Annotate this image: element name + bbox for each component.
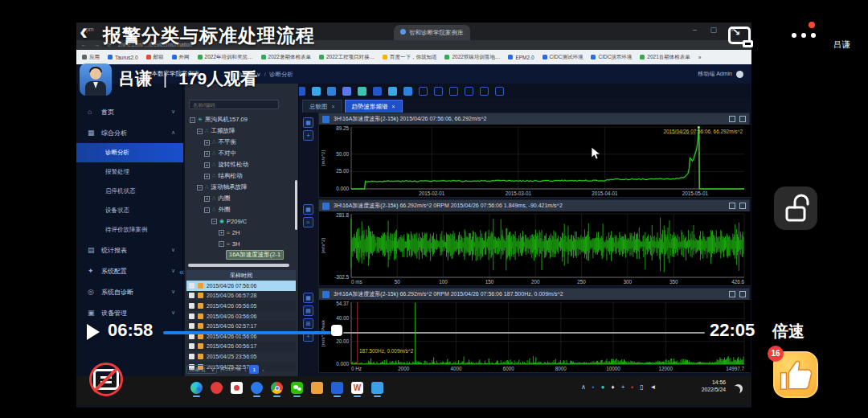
row-checkbox[interactable] bbox=[189, 334, 194, 339]
tree-node[interactable]: 16A加速度波形(2-1 bbox=[185, 249, 296, 260]
bookmark-item[interactable]: CIDC演示环境 bbox=[591, 54, 632, 61]
wps-icon[interactable]: W bbox=[351, 382, 363, 394]
tray-touch-icon[interactable]: ◄ bbox=[650, 383, 657, 391]
progress-handle[interactable] bbox=[331, 325, 342, 336]
tree-node[interactable]: +∴不对中 bbox=[185, 148, 296, 159]
expand-icon[interactable] bbox=[729, 203, 735, 209]
sidebar-item-综合分析[interactable]: ▦综合分析∧ bbox=[76, 122, 183, 143]
sidebar-item-诊断分析[interactable]: 诊断分析 bbox=[76, 143, 183, 162]
folder-app-icon[interactable] bbox=[311, 382, 323, 394]
play-button[interactable] bbox=[87, 324, 100, 340]
topbar-user-area[interactable]: 移动端 Admin bbox=[698, 70, 743, 78]
expand-icon[interactable]: + bbox=[219, 230, 224, 236]
tree-node[interactable]: +∴不平衡 bbox=[185, 137, 296, 148]
next-page-button[interactable]: › bbox=[262, 367, 264, 372]
bookmark-item[interactable]: 外网 bbox=[172, 54, 190, 61]
fullscreen-icon[interactable] bbox=[739, 291, 746, 297]
waveform-chart-plot[interactable]: 281.8-302.50 ms50100150200250300350426.6… bbox=[319, 211, 751, 285]
sidebar-item-系统配置[interactable]: ✦系统配置∨ bbox=[76, 260, 183, 281]
toolbar-app-icon[interactable] bbox=[327, 87, 336, 96]
tree-node[interactable]: +∴结构松动 bbox=[185, 170, 296, 182]
page-size-select[interactable]: 50条/页∨ bbox=[186, 365, 217, 374]
bookmark-item[interactable]: 2022工程项目对接… bbox=[319, 54, 375, 61]
browser-tab[interactable]: 智和诊断学院案例库 bbox=[394, 25, 470, 40]
toolbar-app-icon[interactable] bbox=[373, 87, 382, 96]
tree-node[interactable]: −✳黑沟风机157.09 bbox=[185, 114, 296, 125]
unlock-button[interactable] bbox=[774, 186, 817, 230]
bookmark-item[interactable]: CIDC测试环境 bbox=[542, 54, 583, 61]
tree-search-input[interactable] bbox=[189, 100, 279, 109]
collapse-icon[interactable]: − bbox=[197, 185, 203, 191]
chart-tab-总貌图[interactable]: 总貌图× bbox=[302, 100, 342, 113]
tree-node[interactable]: +∴内圈 bbox=[185, 193, 296, 204]
sample-row[interactable]: 2015/04/26 00:56:17 bbox=[186, 342, 296, 352]
chart-tool-icon[interactable]: ▦ bbox=[303, 293, 313, 303]
user-avatar-icon[interactable] bbox=[736, 71, 743, 78]
chart-tool-icon[interactable]: ⊞ bbox=[303, 318, 313, 329]
bookmark-item[interactable]: 2022暑期体检表单 bbox=[261, 54, 311, 61]
sidebar-item-待评价故障案例[interactable]: 待评价故障案例 bbox=[76, 220, 183, 240]
sample-row[interactable]: 2015/04/26 02:57:17 bbox=[186, 321, 296, 331]
toolbar-tool-icon[interactable] bbox=[419, 87, 428, 96]
toolbar-tool-icon[interactable] bbox=[449, 87, 458, 96]
current-page[interactable]: 1 bbox=[249, 365, 259, 374]
collapse-icon[interactable]: − bbox=[211, 219, 217, 224]
toolbar-app-icon[interactable] bbox=[388, 87, 397, 96]
toolbar-app-icon[interactable] bbox=[403, 87, 412, 96]
expand-icon[interactable] bbox=[729, 116, 735, 122]
collapse-icon[interactable]: − bbox=[204, 207, 210, 213]
taskbar-clock[interactable]: 14:56 2022/5/24 bbox=[687, 379, 726, 393]
fullscreen-icon[interactable] bbox=[739, 116, 746, 122]
tree-node[interactable]: +∴旋转性松动 bbox=[185, 159, 296, 170]
collapse-icon[interactable]: − bbox=[219, 241, 224, 247]
sidebar-item-首页[interactable]: ⌂首页∨ bbox=[76, 101, 183, 122]
progress-bar-remaining[interactable] bbox=[343, 332, 705, 334]
expand-icon[interactable]: + bbox=[204, 174, 210, 179]
chart-tool-icon[interactable]: ▤ bbox=[303, 305, 313, 316]
row-checkbox[interactable] bbox=[189, 354, 194, 359]
streamer-name[interactable]: 吕谦 bbox=[118, 69, 152, 88]
expand-icon[interactable]: + bbox=[204, 140, 210, 145]
close-icon[interactable]: × bbox=[332, 104, 335, 109]
edge-browser-icon[interactable] bbox=[190, 382, 203, 394]
sidebar-item-启停机状态[interactable]: 启停机状态 bbox=[76, 182, 183, 201]
wechat-icon[interactable] bbox=[291, 382, 303, 394]
sidebar-item-报警处理[interactable]: 报警处理 bbox=[76, 162, 183, 182]
toolbar-tool-icon[interactable] bbox=[434, 87, 443, 96]
bookmark-item[interactable]: 2022年培训和奖惩… bbox=[198, 54, 253, 61]
row-checkbox[interactable] bbox=[189, 283, 194, 289]
bookmark-item[interactable]: 邮箱 bbox=[146, 54, 164, 61]
tray-plus-icon[interactable]: + bbox=[621, 383, 625, 391]
toolbar-app-icon[interactable] bbox=[342, 87, 351, 96]
chrome-icon[interactable] bbox=[271, 382, 283, 394]
tree-node[interactable]: +≈2H bbox=[185, 227, 296, 238]
trend-chart-plot[interactable]: 89.2550.0025.000.0002015-02-012015-03-01… bbox=[319, 125, 751, 197]
tree-node[interactable]: −∴工频故障 bbox=[185, 125, 296, 137]
expand-icon[interactable]: + bbox=[204, 196, 210, 202]
chart-tool-icon[interactable]: ▦ bbox=[303, 117, 313, 128]
tray-app3-icon[interactable]: ▪ bbox=[631, 383, 633, 391]
chart-tool-icon[interactable]: ▦ bbox=[303, 204, 313, 215]
mini-window-icon[interactable]: ↘ bbox=[728, 27, 751, 44]
sidebar-collapse-icon[interactable]: « bbox=[179, 267, 184, 277]
back-button[interactable]: ‹ bbox=[80, 18, 88, 45]
expand-icon[interactable]: + bbox=[204, 151, 210, 157]
tree-vertical-scrollbar[interactable] bbox=[295, 180, 297, 230]
pin-app-icon[interactable] bbox=[231, 382, 243, 394]
toolbar-app-icon[interactable] bbox=[358, 87, 366, 96]
streamer-avatar[interactable] bbox=[80, 64, 112, 96]
close-icon[interactable]: × bbox=[392, 104, 395, 109]
chart-tab-趋势波形频谱[interactable]: 趋势波形频谱× bbox=[345, 100, 403, 113]
music-app-icon[interactable] bbox=[211, 382, 223, 394]
chart-tool-icon[interactable]: + bbox=[303, 130, 313, 141]
tree-node[interactable]: −∴外圈 bbox=[185, 204, 296, 215]
sidebar-item-设备状态[interactable]: 设备状态 bbox=[76, 201, 183, 220]
bookmark-item[interactable]: EPM2.0 bbox=[508, 55, 534, 60]
fullscreen-icon[interactable] bbox=[739, 203, 746, 209]
tray-phone-icon[interactable]: ▯ bbox=[640, 383, 643, 391]
prev-page-button[interactable]: ‹ bbox=[244, 367, 246, 372]
tree-node[interactable]: −◉P209/C bbox=[185, 215, 296, 227]
danmaku-disabled-button[interactable] bbox=[84, 359, 129, 402]
bookmark-item[interactable]: 2021首期体检表单 bbox=[640, 54, 690, 61]
row-checkbox[interactable] bbox=[189, 343, 194, 349]
